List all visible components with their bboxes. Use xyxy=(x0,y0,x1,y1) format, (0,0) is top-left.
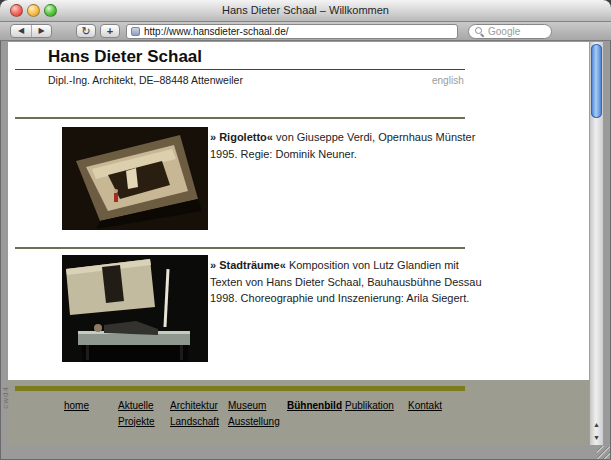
stadtraeume-title: » Stadträume« xyxy=(210,259,286,271)
add-bookmark-button[interactable]: + xyxy=(100,24,120,38)
footer-accent-bar xyxy=(15,386,465,391)
search-field[interactable] xyxy=(468,24,552,39)
stadtraeume-caption: » Stadträume« Komposition von Lutz Gland… xyxy=(210,257,486,307)
footer: home AktuelleProjekte ArchitekturLandsch… xyxy=(8,380,589,445)
browser-window: Hans Dieter Schaal – Willkommen ◀ ▶ ↻ + … xyxy=(0,0,611,460)
title-rule xyxy=(15,69,465,70)
minimize-button[interactable] xyxy=(27,4,40,17)
arrow-up-icon: ▲ xyxy=(593,421,600,428)
section-divider xyxy=(15,247,465,249)
forward-icon: ▶ xyxy=(38,26,44,35)
browser-toolbar: ◀ ▶ ↻ + xyxy=(0,22,611,41)
title-bar: Hans Dieter Schaal – Willkommen xyxy=(0,0,611,22)
back-forward-control: ◀ ▶ xyxy=(10,24,52,38)
forward-button[interactable]: ▶ xyxy=(31,25,51,37)
vertical-scrollbar[interactable]: ▲ ▼ xyxy=(589,42,603,445)
back-icon: ◀ xyxy=(18,26,24,35)
nav-item-museum-ausstellung[interactable]: MuseumAusstellung xyxy=(228,398,280,429)
close-button[interactable] xyxy=(10,4,23,17)
browser-viewport: Hans Dieter Schaal Dipl.-Ing. Architekt,… xyxy=(8,42,603,445)
address-bar[interactable] xyxy=(126,24,458,39)
scroll-up-button[interactable]: ▲ xyxy=(590,418,603,431)
search-icon xyxy=(475,27,484,36)
nav-item-kontakt[interactable]: Kontakt xyxy=(408,398,442,414)
site-favicon-icon xyxy=(131,27,140,36)
window-title: Hans Dieter Schaal – Willkommen xyxy=(70,0,541,22)
nav-item-aktuelle-projekte[interactable]: AktuelleProjekte xyxy=(118,398,155,429)
rigoletto-title: » Rigoletto« xyxy=(210,131,273,143)
resize-grip[interactable] xyxy=(597,446,610,459)
scrollbar-thumb[interactable] xyxy=(591,44,602,118)
arrow-down-icon: ▼ xyxy=(593,434,600,441)
page-subtitle: Dipl.-Ing. Architekt, DE–88448 Attenweil… xyxy=(48,74,243,86)
nav-item-home[interactable]: home xyxy=(64,398,89,414)
back-button[interactable]: ◀ xyxy=(11,25,31,37)
rigoletto-thumbnail[interactable] xyxy=(62,127,208,230)
nav-item-publikation[interactable]: Publikation xyxy=(345,398,394,414)
webpage: Hans Dieter Schaal Dipl.-Ing. Architekt,… xyxy=(8,42,589,445)
page-title: Hans Dieter Schaal xyxy=(48,47,202,67)
rigoletto-caption: » Rigoletto« von Giuseppe Verdi, Opernha… xyxy=(210,129,476,162)
nav-item-architektur-landschaft[interactable]: ArchitekturLandschaft xyxy=(170,398,219,429)
reload-icon: ↻ xyxy=(81,25,90,37)
reload-button[interactable]: ↻ xyxy=(76,24,96,38)
section-divider xyxy=(15,117,465,119)
scroll-down-button[interactable]: ▼ xyxy=(590,431,603,444)
stadtraeume-stage-image xyxy=(62,255,208,362)
nav-item-buehnenbild[interactable]: Bühnenbild xyxy=(287,398,342,414)
language-link-english[interactable]: english xyxy=(432,75,464,86)
plus-icon: + xyxy=(107,25,113,37)
search-input[interactable] xyxy=(488,26,545,37)
zoom-button[interactable] xyxy=(44,4,57,17)
address-input[interactable] xyxy=(144,26,453,37)
stadtraeume-thumbnail[interactable] xyxy=(62,255,208,362)
rigoletto-stage-image xyxy=(62,127,208,230)
side-credit-label: cwd4 xyxy=(1,386,10,409)
